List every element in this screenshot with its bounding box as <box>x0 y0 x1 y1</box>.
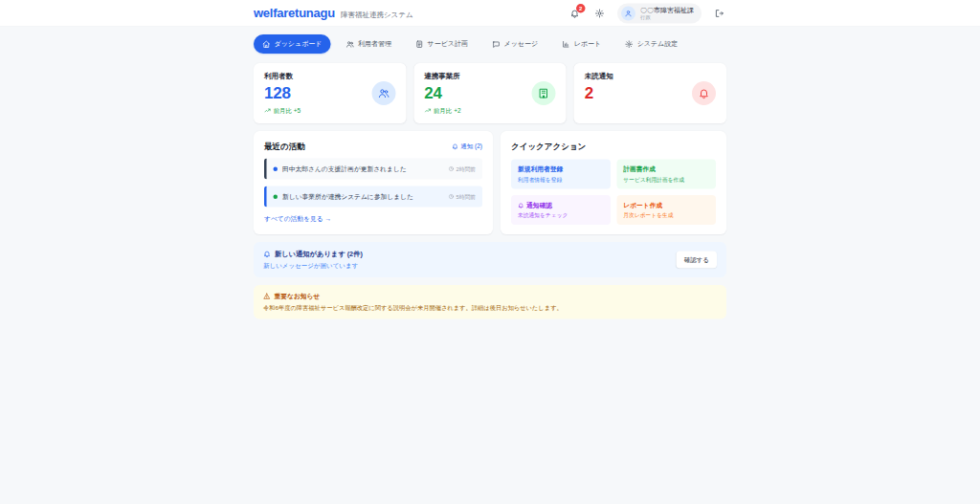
logout-icon <box>715 9 724 18</box>
user-role: 行政 <box>640 14 694 21</box>
home-icon <box>262 40 271 49</box>
quick-action-subtitle: 月次レポートを生成 <box>623 212 709 220</box>
gear-icon <box>595 9 605 18</box>
building-icon <box>532 81 556 105</box>
message-icon <box>492 40 501 49</box>
confirm-button[interactable]: 確認する <box>677 252 717 269</box>
notification-badge: 2 <box>576 4 586 13</box>
notice-text: 令和6年度の障害福祉サービス報酬改定に関する説明会が来月開催されます。詳細は後日… <box>263 304 717 313</box>
quick-action-subtitle: 利用者情報を登録 <box>518 176 604 184</box>
stat-label: 利用者数 <box>264 72 301 81</box>
trend-up-icon <box>424 107 431 114</box>
stat-trend: 前月比 +2 <box>424 106 460 115</box>
banner-subtitle: 新しいメッセージが届いています <box>263 262 363 271</box>
status-dot <box>274 166 278 171</box>
quick-action-create-plan[interactable]: 計画書作成 サービス利用計画を作成 <box>616 160 716 189</box>
quick-action-title: レポート作成 <box>623 201 709 209</box>
quick-actions-panel: クイックアクション 新規利用者登録 利用者情報を登録 計画書作成 サービス利用計… <box>501 131 726 234</box>
stat-card-unread: 未読通知 2 <box>574 63 726 123</box>
banner-title: 新しい通知があります (2件) <box>263 250 363 259</box>
activity-text: 新しい事業所が連携システムに参加しました <box>282 192 444 201</box>
app-subtitle: 障害福祉連携システム <box>341 11 413 20</box>
important-notice: 重要なお知らせ 令和6年度の障害福祉サービス報酬改定に関する説明会が来月開催され… <box>254 285 726 319</box>
tab-label: サービス計画 <box>427 40 467 49</box>
app-header: welfaretunagu 障害福祉連携システム 2 <box>0 0 980 27</box>
tab-messages[interactable]: メッセージ <box>483 34 546 54</box>
bell-icon <box>263 250 271 257</box>
panel-title: 最近の活動 <box>264 141 305 152</box>
activity-item: 新しい事業所が連携システムに参加しました 5時間前 <box>264 186 482 208</box>
quick-action-title: 新規利用者登録 <box>518 165 604 174</box>
recent-activities-panel: 最近の活動 通知 (2) 田中太郎さんの支援計画が更新されました 2時間前 <box>254 131 493 234</box>
report-icon <box>562 40 570 49</box>
logout-button[interactable] <box>712 6 726 20</box>
gear-icon <box>625 40 634 49</box>
brand: welfaretunagu 障害福祉連携システム <box>254 6 413 21</box>
stat-label: 未読通知 <box>585 72 613 81</box>
tab-users[interactable]: 利用者管理 <box>337 34 400 54</box>
clock-icon <box>449 194 455 200</box>
bell-icon <box>452 142 458 149</box>
view-all-activities-link[interactable]: すべての活動を見る → <box>264 215 331 224</box>
stat-card-users: 利用者数 128 前月比 +5 <box>254 63 406 123</box>
tab-label: レポート <box>574 40 601 49</box>
activity-item: 田中太郎さんの支援計画が更新されました 2時間前 <box>264 159 482 180</box>
user-name: 〇〇市障害福祉課 <box>640 6 694 13</box>
tab-system-settings[interactable]: システム設定 <box>616 34 686 54</box>
quick-action-create-report[interactable]: レポート作成 月次レポートを生成 <box>616 195 716 225</box>
page: welfaretunagu 障害福祉連携システム 2 <box>0 0 980 504</box>
settings-button[interactable] <box>592 6 607 20</box>
quick-action-subtitle: 未読通知をチェック <box>518 212 604 220</box>
trend-up-icon <box>264 107 271 114</box>
bell-icon <box>518 202 524 208</box>
app-logo: welfaretunagu <box>254 6 335 21</box>
tab-label: メッセージ <box>503 40 538 49</box>
tab-label: 利用者管理 <box>358 40 391 49</box>
tab-label: システム設定 <box>637 40 679 49</box>
tab-reports[interactable]: レポート <box>553 34 610 54</box>
document-icon <box>415 40 424 49</box>
activity-text: 田中太郎さんの支援計画が更新されました <box>282 164 444 173</box>
activity-time: 5時間前 <box>449 193 476 201</box>
quick-action-new-user[interactable]: 新規利用者登録 利用者情報を登録 <box>511 160 611 189</box>
stat-value: 128 <box>264 84 301 103</box>
stat-label: 連携事業所 <box>424 72 460 81</box>
notice-title: 重要なお知らせ <box>263 292 717 300</box>
stat-value: 24 <box>424 84 460 103</box>
tab-label: ダッシュボード <box>275 40 323 49</box>
stat-cards: 利用者数 128 前月比 +5 連携事業所 24 前 <box>254 63 726 123</box>
users-icon <box>345 40 354 49</box>
warning-icon <box>263 293 271 300</box>
main-nav: ダッシュボード 利用者管理 サービス計画 メッセージ レポート システム設定 <box>254 34 726 54</box>
notifications-button[interactable]: 2 <box>568 6 582 20</box>
activity-time: 2時間前 <box>449 165 476 173</box>
clock-icon <box>449 166 455 172</box>
user-menu[interactable]: 〇〇市障害福祉課 行政 <box>617 3 702 23</box>
notifications-link[interactable]: 通知 (2) <box>452 142 482 150</box>
bell-icon <box>692 81 716 105</box>
tab-service-plan[interactable]: サービス計画 <box>407 34 477 54</box>
tab-dashboard[interactable]: ダッシュボード <box>254 34 330 54</box>
quick-action-check-notifications[interactable]: 通知確認 未読通知をチェック <box>511 195 611 225</box>
status-dot <box>274 194 278 199</box>
avatar <box>621 6 635 20</box>
stat-value: 2 <box>585 84 613 103</box>
quick-action-subtitle: サービス利用計画を作成 <box>623 176 709 184</box>
quick-action-title: 通知確認 <box>518 201 604 209</box>
quick-action-title: 計画書作成 <box>623 165 709 174</box>
stat-trend: 前月比 +5 <box>264 106 301 115</box>
stat-card-partners: 連携事業所 24 前月比 +2 <box>413 63 566 123</box>
panel-title: クイックアクション <box>511 141 716 152</box>
users-icon <box>371 81 395 105</box>
notification-banner: 新しい通知があります (2件) 新しいメッセージが届いています 確認する <box>254 242 726 277</box>
